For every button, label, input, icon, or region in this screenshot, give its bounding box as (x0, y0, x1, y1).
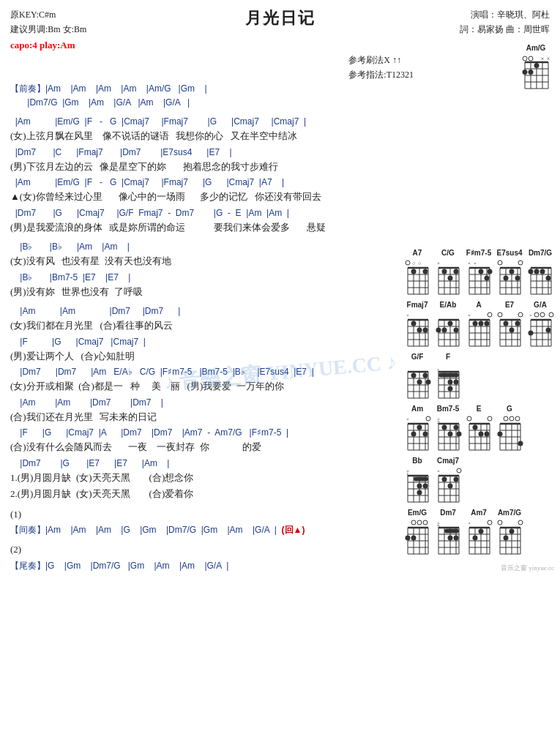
svg-point-44 (448, 276, 453, 281)
svg-point-329 (498, 520, 502, 525)
chord-diag-cg: C/G × (434, 249, 462, 296)
svg-point-285 (411, 520, 416, 525)
chord-diag-bb: Bb × 1 (403, 457, 431, 504)
svg-point-162 (529, 331, 534, 336)
chord-diag-f: F 1 (434, 353, 462, 400)
chord-ch-3: |Dm7 |Dm7 |Am E/A♭ C/G |F♯m7-5 |Bm7-5 |B… (10, 365, 449, 378)
page: ♪ 音樂之窗 YINYUE.CC ♪ 原KEY:C#m 建议男调:Bm 女:Bm… (0, 0, 560, 745)
lyric-v2-1: (女)没有风 也没有星 没有天也没有地 (10, 254, 449, 269)
lyric-v1-1: (女)上弦月飘在风里 像不说话的谜语 我想你的心 又在半空中结冰 (10, 129, 449, 143)
lyric-num-2: 2.(男)月圆月缺 (女)天亮天黑 (合)爱着你 (10, 487, 449, 501)
chord-outro: 【尾奏】|G |Gm |Dm7/G |Gm |Am |Am |G/A | (10, 559, 449, 572)
diag-row-1: A7 ○ ○ (403, 249, 554, 296)
chord-diag-e: E (465, 405, 493, 452)
svg-point-117 (454, 328, 459, 333)
svg-point-151 (549, 312, 553, 317)
chord-diag-e7sus4: E7sus4 (496, 249, 523, 296)
svg-point-101 (411, 321, 417, 326)
svg-point-286 (417, 520, 422, 525)
chord-diag-fmaj7: Fmaj7 × (403, 301, 431, 348)
svg-point-222 (454, 425, 459, 430)
diag-row-5: Bb × 1 (403, 457, 554, 504)
svg-point-150 (540, 312, 545, 317)
svg-text:×: × (468, 312, 471, 318)
svg-point-62 (518, 261, 523, 265)
diag-row-4: Am × (403, 405, 554, 452)
svg-point-31 (423, 269, 428, 274)
svg-point-175 (417, 380, 422, 385)
svg-point-43 (442, 269, 447, 274)
svg-point-236 (473, 425, 478, 430)
svg-point-145 (504, 321, 509, 326)
chord-interlude: 【间奏】|Am |Am |Am |G |Gm |Dm7/G |Gm |Am |G… (10, 523, 449, 536)
lyric-v1-3: ▲(女)你曾经来过心里 像心中的一场雨 多少的记忆 你还没有带回去 (10, 190, 449, 204)
chord-ch-5: |F |G |Cmaj7 |A |Dm7 |Dm7 |Am7 - Am7/G |… (10, 426, 449, 439)
svg-point-313 (448, 536, 453, 541)
svg-point-240 (509, 416, 514, 421)
chord-v2-2: |B♭ |Bm7-5 |E7 |E7 | (10, 271, 449, 284)
verse1-section: |Am |Em/G |F - G |Cmaj7 |Fmaj7 |G |Cmaj7… (10, 115, 449, 234)
svg-text:×: × (541, 56, 545, 62)
svg-point-238 (485, 432, 490, 437)
svg-point-163 (546, 328, 551, 333)
svg-point-330 (518, 520, 523, 525)
svg-point-133 (498, 312, 502, 317)
chord-ch-6: |Dm7 |G |E7 |E7 |Am | (10, 457, 449, 470)
svg-point-225 (488, 416, 492, 421)
svg-point-241 (515, 416, 520, 421)
svg-point-132 (485, 321, 490, 326)
chorus-section: |Am |Am |Dm7 |Dm7 | (女)我们都在月光里 (合)看往事的风云… (10, 304, 449, 501)
key-label: 原KEY:C#m (10, 7, 86, 22)
chord-svg-amg: × × (520, 53, 551, 90)
suggestion-label: 建议男调:Bm 女:Bm (10, 22, 86, 37)
svg-point-177 (426, 380, 431, 385)
svg-point-253 (518, 441, 523, 446)
svg-point-327 (473, 536, 478, 541)
svg-point-45 (454, 269, 459, 274)
chord-diag-amg-top: Am/G × × (520, 44, 551, 90)
svg-point-16 (529, 70, 534, 75)
meta-left: 原KEY:C#m 建议男调:Bm 女:Bm capo:4 play:Am (10, 7, 86, 53)
label-1: (1) (10, 507, 449, 522)
svg-point-17 (406, 261, 410, 265)
svg-point-115 (442, 328, 447, 333)
label-2: (2) (10, 542, 449, 557)
svg-point-287 (423, 520, 428, 525)
lyric-v2-2: (男)没有妳 世界也没有 了呼吸 (10, 285, 449, 299)
svg-point-147 (515, 321, 520, 326)
svg-text:×: × (468, 520, 471, 526)
svg-point-299 (411, 536, 417, 541)
section-prelude: 【前奏】|Am |Am |Am |Am |Am/G |Gm | |Dm7/G |… (10, 82, 449, 109)
svg-point-58 (479, 269, 484, 274)
svg-point-194 (426, 416, 430, 421)
svg-rect-266 (414, 477, 428, 482)
svg-point-191 (454, 380, 459, 385)
svg-point-88 (540, 269, 545, 274)
svg-point-130 (473, 321, 478, 326)
lyric-num-1: 1.(男)月圆月缺 (女)天亮天黑 (合)想念你 (10, 471, 449, 485)
svg-point-342 (509, 529, 515, 534)
bottom-watermark: 音乐之窗 yinyue.cc (403, 564, 554, 573)
svg-point-284 (454, 477, 459, 482)
diag-row-3: G/F F (403, 353, 554, 400)
svg-point-207 (423, 432, 428, 437)
svg-point-267 (417, 484, 422, 489)
svg-point-205 (411, 432, 417, 437)
svg-text:×: × (437, 468, 440, 474)
svg-text:×: × (406, 312, 409, 318)
svg-text:○: ○ (418, 261, 421, 266)
svg-point-134 (518, 312, 523, 317)
svg-point-206 (417, 425, 422, 430)
svg-text:×: × (547, 56, 550, 62)
chord-diag-e7: E7 (496, 301, 523, 348)
lyric-v1-4: (男)是我爱流浪的身体 或是妳所谓的命运 要我们来体会爱多 悬疑 (10, 220, 449, 235)
svg-point-174 (411, 373, 417, 378)
main-content: 【前奏】|Am |Am |Am |Am |Am/G |Gm | |Dm7/G |… (10, 82, 449, 572)
svg-point-237 (479, 432, 484, 437)
svg-point-224 (467, 416, 471, 421)
chord-v1-4: |Dm7 |G |Cmaj7 |G/F Fmaj7 - Dm7 |G - E |… (10, 206, 449, 220)
svg-rect-189 (438, 373, 459, 378)
chord-diag-am7g: Am7/G (496, 509, 523, 556)
strum-label: 参考刷法X ↑↑ (348, 53, 414, 67)
svg-point-190 (448, 380, 453, 385)
